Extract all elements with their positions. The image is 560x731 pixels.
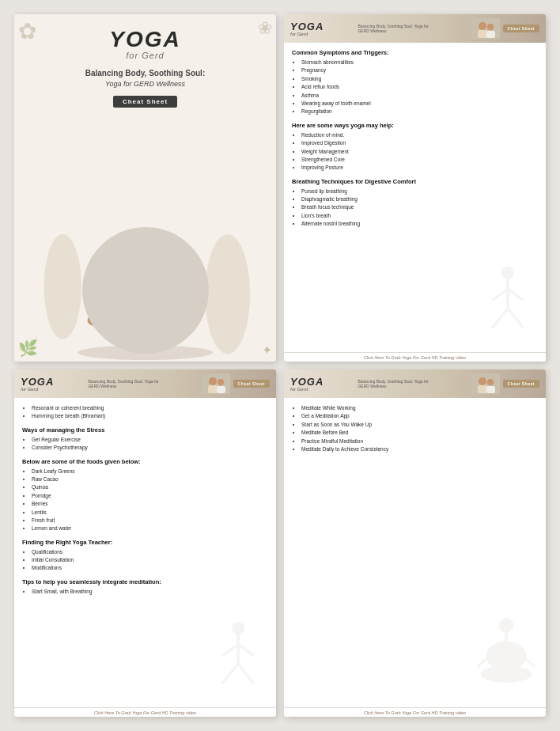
list-item: Fresh fruit [32, 517, 268, 525]
page4-header: YOGA for Gerd Balancing Body, Soothing S… [284, 369, 546, 398]
page2-header-subtitle: Balancing Body, Soothing Soul: Yoga for … [358, 24, 437, 34]
svg-rect-20 [486, 31, 495, 38]
section-title-p3-1: Ways of managing the Stress [22, 426, 268, 434]
svg-point-21 [501, 267, 514, 279]
section-title-1: Common Symptoms and Triggers: [292, 49, 538, 56]
list-item: Start Small, with Breathing [32, 588, 268, 596]
svg-point-32 [232, 622, 244, 634]
list-item: Humming bee breath (Bhramari) [32, 412, 268, 420]
list-item: Pursed lip breathing [301, 187, 538, 195]
svg-line-36 [222, 664, 238, 684]
list-item: Alternate nostril breathing [301, 220, 538, 228]
page3-header: YOGA for Gerd Balancing Body, Soothing S… [14, 369, 276, 398]
list-item: Smoking [301, 75, 538, 83]
logo-yoga: YOGA [109, 28, 180, 51]
page3-header-subtitle: Balancing Body, Soothing Soul: Yoga for … [88, 379, 167, 389]
svg-point-0 [205, 234, 250, 354]
page3-section-0: Resonant or coherent breathing Humming b… [22, 404, 268, 421]
svg-point-17 [479, 22, 486, 30]
svg-rect-40 [478, 385, 487, 393]
page3-list-1: Get Regular Exercise Consider Psychother… [22, 436, 268, 453]
list-item: Quinoa [32, 483, 268, 491]
page2-footer[interactable]: Click Here To Grab Yoga For Gerd HD Trai… [284, 352, 546, 362]
list-item: Meditate Daily to Achieve Consistency [301, 445, 538, 453]
page2-section-3: Breathing Techniques for Digestive Comfo… [292, 178, 538, 229]
svg-line-24 [508, 289, 524, 301]
list-item: Porridge [32, 492, 268, 500]
page3-list-0: Resonant or coherent breathing Humming b… [22, 404, 268, 421]
list-item: Consider Psychotherapy [32, 444, 268, 452]
svg-point-39 [479, 377, 486, 385]
list-item: Reduction of mind. [301, 131, 538, 139]
page3-section-4: Tips to help you seamlessly integrate me… [22, 578, 268, 596]
svg-rect-31 [217, 386, 225, 393]
page2-body: Common Symptoms and Triggers: Stomach ab… [284, 43, 546, 352]
page3-body: Resonant or coherent breathing Humming b… [14, 398, 276, 707]
page4-header-left: YOGA for Gerd [290, 377, 324, 392]
page2-header-photo [471, 18, 500, 39]
page-3: YOGA for Gerd Balancing Body, Soothing S… [14, 369, 276, 717]
svg-point-30 [218, 379, 224, 385]
list-item: Improved Digestion [301, 139, 538, 147]
list-item: Raw Cacao [32, 475, 268, 483]
page2-header-left: YOGA for Gerd [290, 21, 324, 36]
svg-line-23 [492, 289, 508, 301]
section-title-p3-2: Below are some of the foods given below: [22, 458, 268, 465]
list-item: Asthma [301, 92, 538, 100]
cover-photo-area: 🌿 ✦ [14, 112, 276, 362]
section-list-3: Pursed lip breathing Diaphragmatic breat… [292, 187, 538, 229]
header-forgerd-4: for Gerd [290, 387, 308, 392]
cover-page: ✿ ❀ YOGA for Gerd Balancing Body, Soothi… [14, 14, 276, 362]
list-item: Berries [32, 500, 268, 508]
page3-footer[interactable]: Click Here To Grab Yoga For Gerd HD Trai… [14, 707, 276, 717]
page4-header-photo [471, 373, 500, 394]
svg-point-41 [487, 379, 494, 385]
list-item: Improving Posture [301, 164, 538, 172]
list-item: Weight Management [301, 148, 538, 156]
svg-line-25 [492, 309, 508, 328]
list-item: Modifications [32, 564, 268, 572]
page3-list-2: Dark Leafy Greens Raw Cacao Quinoa Porri… [22, 468, 268, 533]
list-item: Start as Soon as You Wake Up [301, 421, 538, 429]
svg-line-47 [527, 660, 535, 667]
list-item: Qualifications [32, 548, 268, 556]
svg-line-34 [222, 644, 238, 656]
list-item: Breath focus technique [301, 203, 538, 211]
section-title-p3-4: Tips to help you seamlessly integrate me… [22, 578, 268, 585]
page3-header-photo [202, 373, 230, 394]
cover-circle-bg [82, 227, 209, 354]
section-title-2: Here are some ways yoga may help: [292, 122, 538, 129]
header-forgerd: for Gerd [290, 32, 308, 36]
list-item: Practice Mindful Meditation [301, 437, 538, 445]
header-forgerd-3: for Gerd [21, 387, 38, 392]
main-grid: ✿ ❀ YOGA for Gerd Balancing Body, Soothi… [0, 0, 560, 731]
list-item: Resonant or coherent breathing [32, 404, 268, 412]
page3-list-3: Qualifications Initial Consultation Modi… [22, 548, 268, 573]
yoga-watermark-4 [471, 612, 542, 699]
page4-section-0: Meditate While Working Get a Meditation … [292, 404, 538, 453]
list-item: Lemon and water [32, 525, 268, 532]
page4-header-badge: Cheat Sheet [503, 380, 539, 388]
page3-header-badge: Cheat Sheet [233, 380, 270, 388]
list-item: Stomach abnormalities [301, 59, 538, 66]
page4-header-right: Cheat Sheet [468, 373, 539, 394]
page-4: YOGA for Gerd Balancing Body, Soothing S… [284, 369, 546, 717]
section-title-p3-3: Finding the Right Yoga Teacher: [22, 539, 268, 546]
svg-line-26 [508, 309, 524, 328]
plant-icon-bl: 🌿 [18, 339, 38, 358]
list-item: Regurgitation [301, 108, 538, 116]
list-item: Get a Meditation App [301, 412, 538, 420]
header-yoga-3: YOGA [21, 377, 54, 387]
list-item: Meditate Before Bed [301, 429, 538, 437]
svg-line-35 [238, 644, 254, 656]
page3-section-3: Finding the Right Yoga Teacher: Qualific… [22, 539, 268, 573]
svg-point-48 [481, 665, 532, 683]
list-item: Lion's breath [301, 212, 538, 220]
yoga-watermark-3 [206, 616, 270, 695]
list-item: Get Regular Exercise [32, 436, 268, 444]
page2-section-2: Here are some ways yoga may help: Reduct… [292, 122, 538, 172]
section-list-2: Reduction of mind. Improved Digestion We… [292, 131, 538, 172]
page3-section-1: Ways of managing the Stress Get Regular … [22, 426, 268, 453]
page4-footer[interactable]: Click Here To Grab Yoga For Gerd HD Trai… [284, 707, 546, 717]
list-item: Dark Leafy Greens [32, 468, 268, 475]
